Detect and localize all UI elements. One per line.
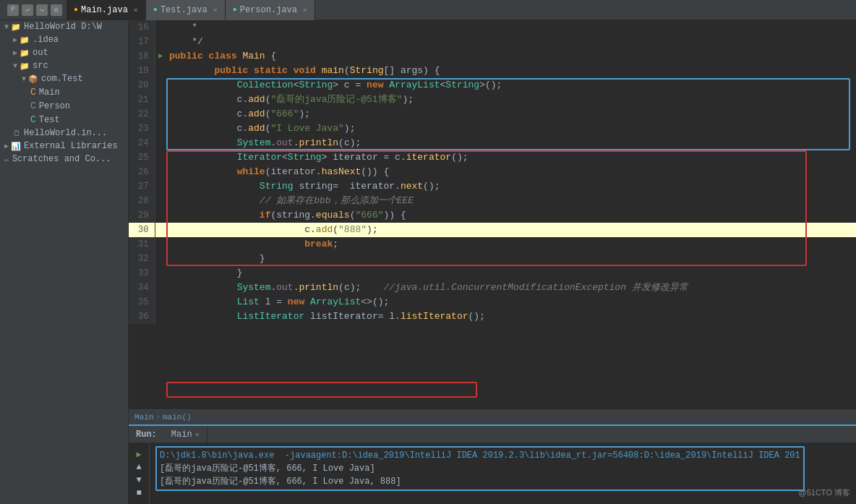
bottom-panel: Run: Main ✕ ▶ ▲ ▼ ■ D:\jdk1.8\bin\java.e… — [129, 424, 856, 504]
line-arrow-24 — [155, 136, 166, 150]
line-code-17: */ — [166, 35, 856, 49]
line-code-24: System.out.println(c); — [166, 136, 856, 150]
test-file-icon: ● — [153, 6, 158, 14]
idea-folder-icon: 📁 — [20, 35, 30, 45]
tab-test-close[interactable]: ✕ — [213, 6, 218, 14]
tab-test[interactable]: ● Test.java ✕ — [146, 0, 226, 20]
sidebar-idea-label: .idea — [33, 35, 59, 45]
line-code-35: List l = new ArrayList<>(); — [166, 295, 856, 309]
table-row: 27 String string= iterator.next(); — [129, 179, 856, 194]
scratches-icon: ✏ — [4, 155, 9, 164]
line-num-19: 19 — [129, 64, 155, 78]
line-code-28: // 如果存在bbb，那么添加一个EEE — [166, 194, 856, 208]
sidebar-helloworld[interactable]: 🗒 HelloWorld.in... — [0, 127, 128, 140]
line-arrow-32 — [155, 252, 166, 266]
src-folder-icon: 📁 — [20, 61, 30, 71]
line-code-22: c.add("666"); — [166, 107, 856, 121]
sidebar-scratches[interactable]: ✏ Scratches and Co... — [0, 153, 128, 166]
code-container[interactable]: 16 * 17 */ 18 — [129, 20, 856, 409]
tab-main[interactable]: ● Main.java ✕ — [67, 0, 146, 20]
run-tab-main-label: Main — [171, 430, 192, 440]
table-row: 23 c.add("I Love Java"); — [129, 121, 856, 136]
tab-person[interactable]: ● Person.java ✕ — [226, 0, 315, 20]
table-row: 30 c.add("888"); — [129, 223, 856, 237]
table-row: 17 */ — [129, 35, 856, 49]
breadcrumb-sep: › — [155, 413, 160, 422]
sidebar-root[interactable]: ▼ 📁 HelloWorld D:\W — [0, 20, 128, 33]
line-code-23: c.add("I Love Java"); — [166, 121, 856, 136]
table-row: 32 } — [129, 252, 856, 266]
table-row: 19 public static void main(String[] args… — [129, 64, 856, 78]
line-num-36: 36 — [129, 309, 155, 324]
tab-main-close[interactable]: ✕ — [134, 6, 138, 14]
sidebar-out[interactable]: ▶ 📁 out — [0, 46, 128, 59]
table-row: 26 while(iterator.hasNext()) { — [129, 165, 856, 179]
watermark: @51CTO 博客 — [799, 487, 850, 498]
sidebar-main-label: Main — [39, 87, 60, 98]
sidebar-ext-libs[interactable]: ▶ 📊 External Libraries — [0, 140, 128, 153]
sidebar-com-test[interactable]: ▼ 📦 com.Test — [0, 72, 128, 85]
line-code-19: public static void main(String[] args) { — [166, 64, 856, 78]
sidebar-test-label: Test — [39, 115, 60, 125]
person-file-icon: ● — [233, 6, 237, 14]
table-row: 31 break; — [129, 237, 856, 252]
run-stop-button[interactable]: ■ — [133, 487, 145, 499]
run-play-button[interactable]: ▶ — [133, 448, 145, 460]
run-tab-main[interactable]: Main ✕ — [164, 426, 207, 443]
undo-icon[interactable]: ↩ — [22, 4, 33, 16]
sidebar-scratches-label: Scratches and Co... — [12, 154, 111, 164]
run-output-line-3: [磊哥的java历险记-@51博客, 666, I Love Java, 888… — [160, 475, 800, 488]
run-down-button[interactable]: ▼ — [133, 474, 145, 486]
com-test-arrow: ▼ — [22, 75, 26, 83]
sidebar-src[interactable]: ▼ 📁 src — [0, 59, 128, 72]
line-num-26: 26 — [129, 165, 155, 179]
line-code-26: while(iterator.hasNext()) { — [166, 165, 856, 179]
run-output-line-1: D:\jdk1.8\bin\java.exe -javaagent:D:\ide… — [160, 449, 800, 462]
idea-arrow: ▶ — [13, 35, 17, 44]
table-row: 22 c.add("666"); — [129, 107, 856, 121]
sidebar-idea[interactable]: ▶ 📁 .idea — [0, 33, 128, 46]
table-row: 21 c.add("磊哥的java历险记-@51博客"); — [129, 93, 856, 107]
run-tab-close[interactable]: ✕ — [195, 430, 200, 439]
sidebar-ext-libs-label: External Libraries — [24, 141, 118, 151]
toolbar-icons: P ↩ ↪ ⚙ — [3, 4, 67, 16]
tab-person-close[interactable]: ✕ — [303, 6, 307, 14]
line-arrow-36 — [155, 309, 166, 324]
line-code-29: if(string.equals("666")) { — [166, 208, 856, 223]
run-controls: ▶ ▲ ▼ ■ — [129, 443, 150, 504]
line-num-33: 33 — [129, 266, 155, 281]
src-arrow: ▼ — [13, 62, 17, 70]
sidebar-test-file[interactable]: C Test — [0, 113, 128, 127]
sidebar-main-file[interactable]: C Main — [0, 85, 128, 99]
line-num-31: 31 — [129, 237, 155, 252]
line-num-17: 17 — [129, 35, 155, 49]
line-num-28: 28 — [129, 194, 155, 208]
line-arrow-28 — [155, 194, 166, 208]
output-box: D:\jdk1.8\bin\java.exe -javaagent:D:\ide… — [155, 446, 805, 491]
out-arrow: ▶ — [13, 48, 17, 57]
line-arrow-31 — [155, 237, 166, 252]
line-code-18: public class Main { — [166, 49, 856, 64]
code-table: 16 * 17 */ 18 — [129, 20, 856, 324]
tab-test-label: Test.java — [160, 5, 207, 15]
line-arrow-29 — [155, 208, 166, 223]
test-class-icon: C — [30, 114, 36, 125]
line-arrow-27 — [155, 179, 166, 194]
table-row: 34 System.out.println(c); //java.util.Co… — [129, 281, 856, 295]
back-icon[interactable]: P — [7, 4, 19, 16]
line-code-16: * — [166, 20, 856, 35]
redo-icon[interactable]: ↪ — [36, 4, 48, 16]
line-arrow-35 — [155, 295, 166, 309]
breadcrumb: Main › main() — [129, 409, 856, 424]
settings-icon[interactable]: ⚙ — [51, 4, 62, 16]
table-row: 20 Collection<String> c = new ArrayList<… — [129, 78, 856, 93]
line-code-20: Collection<String> c = new ArrayList<Str… — [166, 78, 856, 93]
tab-main-label: Main.java — [81, 5, 128, 15]
line-arrow-18: ▶ — [155, 49, 166, 64]
line-arrow-17 — [155, 35, 166, 49]
table-row: 18 ▶ public class Main { — [129, 49, 856, 64]
line-code-27: String string= iterator.next(); — [166, 179, 856, 194]
sidebar: ▼ 📁 HelloWorld D:\W ▶ 📁 .idea ▶ 📁 out ▼ … — [0, 20, 129, 504]
sidebar-person-file[interactable]: C Person — [0, 99, 128, 113]
run-up-button[interactable]: ▲ — [133, 461, 145, 473]
